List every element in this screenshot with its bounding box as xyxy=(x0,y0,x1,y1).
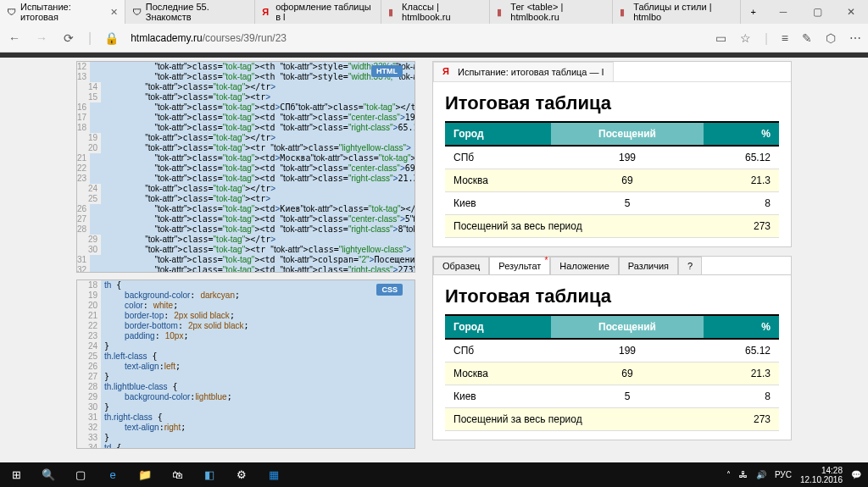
maximize-button[interactable]: ▢ xyxy=(800,0,834,24)
explorer-icon[interactable]: 📁 xyxy=(129,462,161,487)
asterisk-icon: * xyxy=(544,256,548,265)
tab-overlay[interactable]: Наложение xyxy=(550,257,618,274)
minimize-button[interactable]: ─ xyxy=(766,0,800,24)
taskview-icon[interactable]: ▢ xyxy=(64,462,97,487)
target-preview: Я Испытание: итоговая таблица — I Итогов… xyxy=(432,61,792,247)
settings-icon[interactable]: ⚙ xyxy=(225,462,258,487)
reading-icon[interactable]: ▭ xyxy=(715,31,726,45)
preview-column: Я Испытание: итоговая таблица — I Итогов… xyxy=(432,61,792,462)
notifications-icon[interactable]: 💬 xyxy=(851,470,861,479)
table-row: СПб19965.12 xyxy=(445,146,779,169)
tab-title: Таблицы и стили | htmlbo xyxy=(633,2,732,22)
new-tab-button[interactable]: + xyxy=(741,0,766,24)
tab-diff[interactable]: Различия xyxy=(619,257,678,274)
shield-icon: 🛡 xyxy=(7,7,16,17)
table-header-row: Город Посещений % xyxy=(445,315,779,339)
clock[interactable]: 14:28 12.10.2016 xyxy=(800,466,843,484)
htmlbook-icon: ▮ xyxy=(620,7,629,17)
refresh-icon[interactable]: ⟳ xyxy=(61,31,76,45)
editor-column: HTML 12 "tok-attr">class="tok-tag"><th "… xyxy=(76,61,415,462)
html-badge: HTML xyxy=(371,65,403,77)
address-bar: ← → ⟳ | 🔒 htmlacademy.ru/courses/39/run/… xyxy=(0,24,868,53)
close-icon[interactable]: ✕ xyxy=(110,7,118,18)
htmlbook-icon: ▮ xyxy=(497,7,506,17)
back-icon[interactable]: ← xyxy=(7,31,22,45)
browser-tab[interactable]: ▮ Классы | htmlbook.ru xyxy=(381,0,490,24)
result-preview: Образец Результат* Наложение Различия ? … xyxy=(432,256,792,440)
app-icon[interactable]: ◧ xyxy=(193,462,225,487)
note-icon[interactable]: ✎ xyxy=(802,31,812,45)
more-icon[interactable]: ⋯ xyxy=(849,31,861,45)
start-button[interactable]: ⊞ xyxy=(0,462,32,487)
browser-tab[interactable]: Я оформление таблицы в l xyxy=(255,0,381,24)
preview-tab-bar: Я Испытание: итоговая таблица — I xyxy=(433,62,791,82)
lock-icon: 🔒 xyxy=(103,31,119,45)
th-city: Город xyxy=(445,122,551,146)
preview-tab[interactable]: Я Испытание: итоговая таблица — I xyxy=(433,62,614,81)
language-indicator[interactable]: РУС xyxy=(775,470,792,479)
table-header-row: Город Посещений % xyxy=(445,122,779,146)
css-editor[interactable]: CSS 18th {19 background-color: darkcyan;… xyxy=(76,279,415,449)
tab-result[interactable]: Результат* xyxy=(489,257,550,274)
th-percent: % xyxy=(704,315,779,339)
hub-icon[interactable]: ≡ xyxy=(782,31,788,45)
browser-tab[interactable]: 🛡 Последние 55. Знакомств xyxy=(125,0,255,24)
tab-title: Тег <table> | htmlbook.ru xyxy=(510,2,605,22)
htmlbook-icon: ▮ xyxy=(388,7,398,17)
html-editor[interactable]: HTML 12 "tok-attr">class="tok-tag"><th "… xyxy=(76,61,415,273)
result-table: Город Посещений % СПб19965.12 Москва6921… xyxy=(445,121,779,238)
tab-title: Классы | htmlbook.ru xyxy=(402,2,482,22)
tab-title: Испытание: итоговая xyxy=(20,2,103,22)
tab-sample[interactable]: Образец xyxy=(433,257,489,274)
th-visits: Посещений xyxy=(551,315,704,339)
preview-title: Итоговая таблица xyxy=(433,275,791,314)
preview-title: Итоговая таблица xyxy=(433,82,791,121)
table-total-row: Посещений за весь период273 xyxy=(445,215,779,238)
th-visits: Посещений xyxy=(551,122,704,146)
url-field[interactable]: htmlacademy.ru/courses/39/run/23 xyxy=(131,32,704,44)
table-row: Киев58 xyxy=(445,385,779,408)
systray: ˄ 🖧 🔊 РУС 14:28 12.10.2016 💬 xyxy=(726,466,868,484)
browser-tab[interactable]: 🛡 Испытание: итоговая ✕ xyxy=(0,0,125,24)
browser-tab-strip: 🛡 Испытание: итоговая ✕ 🛡 Последние 55. … xyxy=(0,0,868,24)
volume-icon[interactable]: 🔊 xyxy=(756,470,766,479)
th-percent: % xyxy=(704,122,779,146)
forward-icon[interactable]: → xyxy=(34,31,49,45)
share-icon[interactable]: ⬡ xyxy=(826,31,836,45)
store-icon[interactable]: 🛍 xyxy=(161,462,193,487)
page-content: HTML 12 "tok-attr">class="tok-tag"><th "… xyxy=(0,58,868,462)
result-tab-bar: Образец Результат* Наложение Различия ? xyxy=(433,257,791,275)
table-row: Киев58 xyxy=(445,192,779,215)
css-badge: CSS xyxy=(376,284,403,296)
yandex-icon: Я xyxy=(262,7,271,17)
edge-icon[interactable]: e xyxy=(97,462,129,487)
search-icon[interactable]: 🔍 xyxy=(32,462,64,487)
table-total-row: Посещений за весь период273 xyxy=(445,408,779,431)
tray-chevron-icon[interactable]: ˄ xyxy=(726,470,731,479)
table-row: Москва6921.3 xyxy=(445,362,779,385)
network-icon[interactable]: 🖧 xyxy=(739,470,748,479)
app-icon[interactable]: ▦ xyxy=(258,462,290,487)
taskbar: ⊞ 🔍 ▢ e 📁 🛍 ◧ ⚙ ▦ ˄ 🖧 🔊 РУС 14:28 12.10.… xyxy=(0,462,868,487)
close-button[interactable]: ✕ xyxy=(834,0,868,24)
table-row: СПб19965.12 xyxy=(445,339,779,362)
browser-tab[interactable]: ▮ Тег <table> | htmlbook.ru xyxy=(490,0,613,24)
tab-title: оформление таблицы в l xyxy=(275,2,374,22)
result-table: Город Посещений % СПб19965.12 Москва6921… xyxy=(445,314,779,431)
th-city: Город xyxy=(445,315,551,339)
tab-title: Последние 55. Знакомств xyxy=(146,2,248,22)
tab-help[interactable]: ? xyxy=(678,257,702,274)
yandex-icon: Я xyxy=(442,66,454,78)
favorite-icon[interactable]: ☆ xyxy=(740,31,751,45)
shield-icon: 🛡 xyxy=(132,7,142,17)
browser-tab[interactable]: ▮ Таблицы и стили | htmlbo xyxy=(613,0,740,24)
table-row: Москва6921.3 xyxy=(445,169,779,192)
